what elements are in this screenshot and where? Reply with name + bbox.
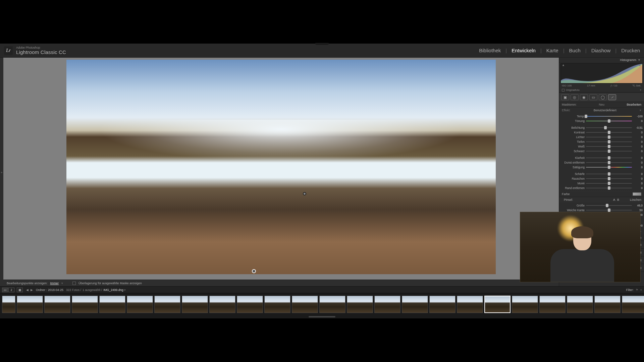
slider-track[interactable] [586, 204, 632, 207]
mask-new[interactable]: Neu [577, 103, 627, 106]
thumbnail[interactable] [237, 296, 263, 313]
slider-value[interactable]: 0 [633, 119, 643, 123]
thumbnail[interactable] [594, 296, 621, 313]
filmstrip[interactable] [0, 293, 644, 315]
slider-track[interactable] [586, 156, 632, 160]
thumbnail[interactable] [72, 296, 98, 313]
thumbnail[interactable] [17, 296, 43, 313]
thumbnail[interactable] [2, 296, 15, 313]
photo-preview[interactable] [66, 60, 496, 274]
slider-thumb[interactable] [608, 182, 610, 185]
slider-thumb[interactable] [608, 145, 610, 148]
mask-edit[interactable]: Bearbeiten [627, 103, 641, 106]
slider-value[interactable]: 50 [633, 208, 643, 212]
slider-thumb[interactable] [608, 208, 610, 212]
thumbnail[interactable] [264, 296, 290, 313]
slider-value[interactable]: 0 [633, 140, 643, 143]
original-checkbox[interactable] [562, 89, 565, 92]
slider-value[interactable]: 0 [633, 172, 643, 176]
slider-track[interactable] [586, 149, 632, 153]
filter-flag-icon[interactable]: ⚑ [636, 288, 638, 292]
thumbnail[interactable] [292, 296, 318, 313]
thumbnail[interactable] [567, 296, 593, 313]
slider-thumb[interactable] [608, 166, 610, 169]
slider-value[interactable]: 0 [633, 161, 643, 164]
module-diashow[interactable]: Diashow [591, 48, 616, 53]
slider-track[interactable] [586, 119, 632, 123]
tool-crop[interactable]: ▣ [561, 94, 569, 100]
thumbnail[interactable] [319, 296, 345, 313]
panel-handle-top[interactable] [315, 43, 329, 45]
tool-spot[interactable]: ◎ [571, 94, 579, 100]
filter-dropdown-icon[interactable]: ▾ [640, 288, 642, 292]
thumbnail[interactable] [99, 296, 125, 313]
adjustment-pin[interactable] [303, 192, 306, 195]
color-swatch[interactable] [633, 192, 641, 196]
thumbnail[interactable] [402, 296, 428, 313]
slider-thumb[interactable] [606, 204, 608, 207]
brush-erase[interactable]: Löschen [630, 198, 641, 201]
effect-value[interactable]: Benutzerdefiniert [572, 109, 638, 112]
slider-value[interactable]: 0 [633, 149, 643, 153]
slider-value[interactable]: -100 [633, 115, 643, 118]
module-entwickeln[interactable]: Entwickeln [512, 48, 542, 53]
tool-grad-radial[interactable]: ◯ [599, 94, 607, 100]
panel-handle-left[interactable]: ▸ [0, 58, 3, 286]
slider-value[interactable]: 0 [633, 186, 643, 190]
tool-brush[interactable]: ⟋ [608, 94, 616, 100]
effect-dropdown-icon[interactable]: ▾ [640, 109, 641, 112]
slider-track[interactable] [586, 115, 632, 118]
slider-thumb[interactable] [608, 156, 610, 160]
brush-a[interactable]: A [613, 198, 615, 201]
thumbnail[interactable] [209, 296, 235, 313]
view-compare[interactable]: 2 [8, 288, 14, 292]
thumbnail[interactable] [374, 296, 400, 313]
highlight-clip-icon[interactable]: ▲ [638, 63, 641, 67]
slider-track[interactable] [586, 126, 632, 129]
histogram-header[interactable]: Histogramm▼ [559, 58, 644, 63]
thumbnail[interactable] [44, 296, 70, 313]
slider-track[interactable] [586, 145, 632, 148]
slider-thumb[interactable] [608, 149, 610, 153]
tool-grad-linear[interactable]: ▭ [589, 94, 597, 100]
module-drucken[interactable]: Drucken [621, 48, 640, 53]
adjustment-pin-selected[interactable] [252, 269, 256, 273]
module-bibliothek[interactable]: Bibliothek [479, 48, 507, 53]
nav-back-icon[interactable]: ◀ [26, 288, 29, 292]
dropdown-icon[interactable]: ▾ [61, 282, 63, 285]
slider-track[interactable] [586, 166, 632, 169]
grid-icon[interactable]: ▦ [17, 288, 23, 292]
slider-track[interactable] [586, 140, 632, 143]
slider-value[interactable]: 0 [633, 135, 643, 139]
edit-pins-mode[interactable]: Immer [50, 282, 59, 285]
slider-track[interactable] [586, 131, 632, 134]
slider-thumb[interactable] [608, 119, 610, 123]
slider-value[interactable]: 0 [633, 177, 643, 180]
slider-track[interactable] [586, 172, 632, 176]
slider-track[interactable] [586, 177, 632, 180]
chevron-icon[interactable]: ▾ [640, 88, 641, 92]
slider-track[interactable] [586, 208, 632, 212]
thumbnail[interactable] [457, 296, 483, 313]
slider-value[interactable]: 0 [633, 131, 643, 134]
filename-dropdown-icon[interactable]: ▾ [124, 288, 126, 292]
panel-handle-bottom[interactable] [0, 315, 644, 318]
slider-thumb[interactable] [604, 126, 607, 129]
thumbnail[interactable] [347, 296, 373, 313]
overlay-checkbox[interactable] [72, 282, 76, 285]
canvas-area[interactable] [3, 58, 559, 280]
slider-track[interactable] [586, 161, 632, 164]
thumbnail[interactable] [182, 296, 208, 313]
slider-thumb[interactable] [585, 115, 587, 118]
slider-value[interactable]: 46,0 [633, 204, 643, 207]
folder-date[interactable]: 2018-04-25 [48, 288, 63, 292]
thumbnail[interactable] [539, 296, 566, 313]
slider-thumb[interactable] [608, 140, 610, 143]
slider-track[interactable] [586, 182, 632, 185]
brush-b[interactable]: B [617, 198, 619, 201]
thumbnail[interactable] [429, 296, 455, 313]
thumbnail[interactable] [512, 296, 538, 313]
slider-value[interactable]: 0 [633, 156, 643, 160]
thumbnail[interactable] [154, 296, 180, 313]
thumbnail[interactable] [622, 296, 644, 313]
